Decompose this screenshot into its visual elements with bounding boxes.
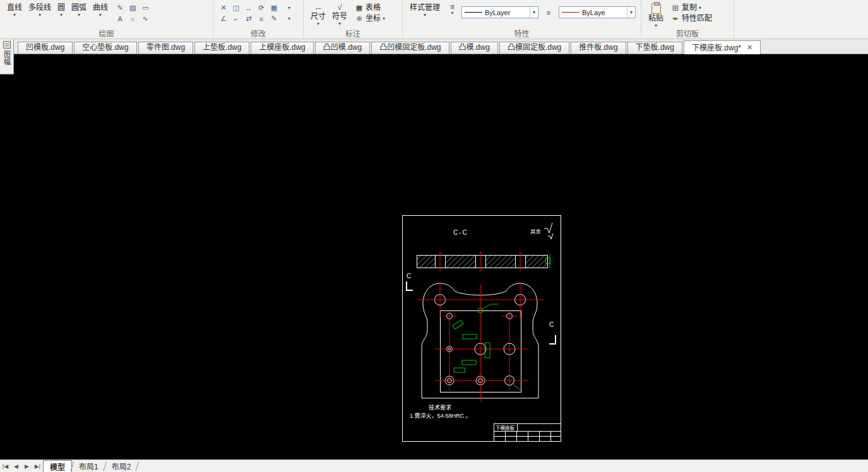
linetype-combobox[interactable]: ByLayer ▾ [461,6,538,18]
rotate-icon[interactable]: ⟳ [255,3,268,13]
copy-button[interactable]: ⊞ 复制 ▾ [669,3,712,13]
copy-icon: ⊞ [669,3,682,13]
arc-tool-label: 圆弧 [71,3,86,13]
polyline-tool-button[interactable]: 多段线 ▾ [25,1,54,18]
chevron-down-icon[interactable]: ▾ [13,13,16,18]
copy-label: 复制 [682,3,697,13]
file-tab[interactable]: 空心垫板.dwg [74,42,136,54]
chevron-down-icon[interactable]: ▾ [383,16,385,21]
chamfer-icon[interactable]: ∠ [217,13,230,24]
rectangle-icon[interactable]: ▭ [139,3,152,13]
file-tab-label: 上模座板.dwg [259,43,305,52]
erase-icon[interactable]: ✕ [217,3,230,13]
close-icon[interactable]: ✕ [747,44,752,51]
stretch-icon[interactable]: ⇄ [242,13,255,24]
linetype-value: ByLayer [485,9,515,16]
chevron-down-icon[interactable]: ▾ [283,13,295,24]
line-tool-button[interactable]: 直线 ▾ [4,1,25,18]
panel-modify-body: ✕ ◫ ↔ ⟳ ▦ ∠ ⌐ ⇄ ≡ ✎ ▾ ▾ [217,1,299,30]
chevron-down-icon[interactable]: ▾ [283,3,295,13]
chevron-down-icon[interactable]: ▾ [78,13,80,18]
hatch-icon[interactable]: ▨ [126,3,139,13]
next-tab-button[interactable]: ▶ [21,460,32,472]
file-tab-label: 下垫板.dwg [636,43,674,52]
chevron-down-icon[interactable]: ▾ [699,6,701,11]
mirror-icon[interactable]: ◫ [230,3,242,13]
chevron-down-icon[interactable]: ▾ [99,13,102,18]
file-tab-label: 凸模固定板.dwg [508,43,561,52]
offset-icon[interactable]: ≡ [255,13,268,24]
file-tab[interactable]: 零件图.dwg [138,42,193,54]
curve-tool-button[interactable]: 曲线 ▾ [90,1,111,18]
chevron-down-icon[interactable]: ▾ [39,13,41,18]
symbol-tool-button[interactable]: √ 符号 ▾ [329,1,350,27]
file-tab[interactable]: 上垫板.dwg [194,42,249,54]
color-combobox[interactable]: ByLayer ▾ [559,6,636,18]
chevron-down-icon[interactable]: ▾ [317,21,319,27]
status-bar: |◀ ◀ ▶ ▶| 模型 布局1 布局2 [0,459,868,472]
tab-layout2[interactable]: 布局2 [105,460,138,472]
frame-panel-icon [3,41,11,49]
file-tab[interactable]: 凸模固定板.dwg [499,42,569,54]
coordinate-label: 坐标 [366,14,381,23]
paste-label: 粘贴 [648,14,663,23]
panel-draw: 直线 ▾ 多段线 ▾ 圆 ▾ 圆弧 ▾ 曲线 ▾ ✎ ▨ [0,0,213,39]
file-tab[interactable]: 上模座板.dwg [251,42,313,54]
file-tab-label: 凹模板.dwg [26,43,64,52]
symbol-label: 符号 [332,12,347,21]
style-manager-button[interactable]: 样式管理 ▾ [407,1,443,18]
paste-button[interactable]: 粘贴 ▾ [645,1,667,28]
chevron-down-icon[interactable]: ▾ [338,21,341,27]
match-properties-brush-icon: ✒ [669,13,682,24]
spline-icon[interactable]: ∿ [139,13,152,24]
file-tab[interactable]: 下垫板.dwg [627,42,682,54]
cut-label-left: C [407,273,411,280]
file-tab[interactable]: 凸模.dwg [451,42,498,54]
plan-centerlines [417,283,543,402]
chevron-down-icon[interactable]: ▾ [451,11,454,16]
file-tab-label: 凸凹模.dwg [323,43,362,52]
table-label: 表格 [366,3,381,13]
file-tab[interactable]: 凸凹模固定板.dwg [371,42,449,54]
file-tab[interactable]: 凹模板.dwg [18,42,73,54]
model-canvas[interactable]: 其余 C-C [0,54,868,459]
chevron-down-icon[interactable]: ▾ [655,23,657,28]
section-title: C-C [453,229,468,236]
file-tab[interactable]: 凸凹模.dwg [315,42,370,54]
circle-tool-button[interactable]: 圆 ▾ [54,1,68,18]
panel-clipboard-body: 粘贴 ▾ ⊞ 复制 ▾ ✒ 特性匹配 [645,1,730,30]
text-icon[interactable]: A [114,13,126,24]
lineweight-icon[interactable]: ≡ [542,7,555,18]
layer-menu-button[interactable]: ≡ ▾ [447,1,458,16]
last-tab-button[interactable]: ▶| [32,460,43,472]
move-icon[interactable]: ↔ [242,3,255,13]
polyline-tool-label: 多段线 [28,3,51,13]
cut-label-right: C [549,321,554,328]
tab-layout1[interactable]: 布局1 [73,460,105,472]
edit-icon[interactable]: ✎ [268,13,280,24]
chevron-down-icon[interactable]: ▾ [424,13,426,18]
tab-model[interactable]: 模型 [43,460,72,472]
table-icon: ▦ [353,3,366,13]
dimension-tool-button[interactable]: ↔ 尺寸 ▾ [307,1,329,27]
surface-note-text: 其余 [530,228,542,235]
sheet-border [403,216,561,442]
prev-tab-button[interactable]: ◀ [11,460,21,472]
panel-clipboard: 粘贴 ▾ ⊞ 复制 ▾ ✒ 特性匹配 剪切板 [641,0,734,39]
sketch-pencil-icon[interactable]: ✎ [114,3,126,13]
arc-tool-button[interactable]: 圆弧 ▾ [68,1,90,18]
fillet-icon[interactable]: ⌐ [230,13,242,24]
coordinate-tool-button[interactable]: ⊕ 坐标 ▾ [353,13,385,24]
first-tab-button[interactable]: |◀ [0,460,11,472]
array-icon[interactable]: ▦ [268,3,280,13]
ribbon: 直线 ▾ 多段线 ▾ 圆 ▾ 圆弧 ▾ 曲线 ▾ ✎ ▨ [0,0,868,39]
chevron-down-icon[interactable]: ▾ [627,7,635,18]
chevron-down-icon[interactable]: ▾ [530,7,538,18]
file-tab-active[interactable]: 下模座板.dwg* ✕ [684,40,761,54]
point-icon[interactable]: ○ [126,13,139,24]
file-tab[interactable]: 推件板.dwg [571,42,626,54]
match-properties-button[interactable]: ✒ 特性匹配 [669,13,712,24]
chevron-down-icon[interactable]: ▾ [60,13,62,18]
table-tool-button[interactable]: ▦ 表格 [353,3,385,13]
frame-panel-tab[interactable]: 图幅 [0,39,14,74]
